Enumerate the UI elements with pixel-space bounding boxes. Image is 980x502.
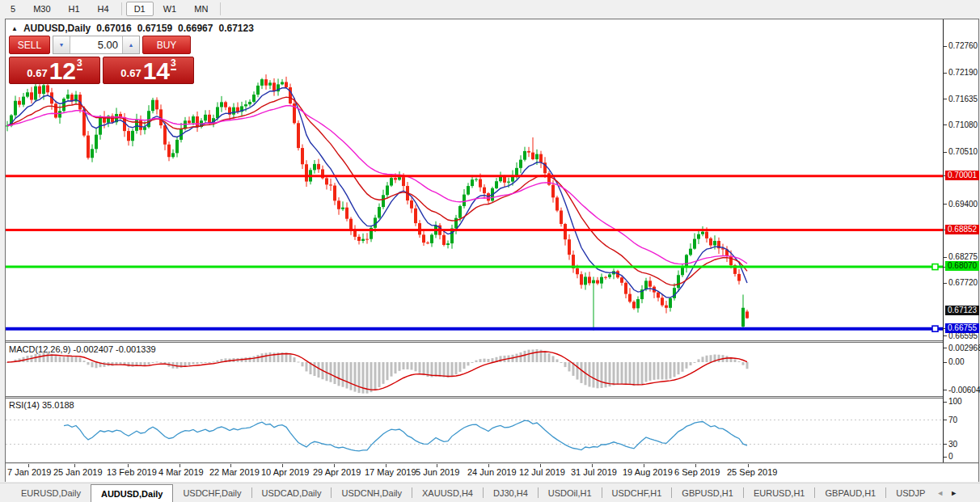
timeframe-button-w1[interactable]: W1 [155,2,185,16]
macd-histogram-bar [568,362,571,371]
macd-histogram-bar [637,362,640,386]
candle-body [422,234,425,243]
candle-body [592,281,595,284]
collapse-triangle-icon[interactable]: ▲ [11,25,18,32]
chart-tab-usdchf-h1[interactable]: USDCHF,H1 [602,483,672,502]
volume-decrease-icon[interactable]: ▼ [53,36,70,53]
candle-body [580,274,583,285]
volume-increase-icon[interactable]: ▲ [122,36,139,53]
timeframe-button-h1[interactable]: H1 [61,2,88,16]
macd-histogram-bar [710,355,712,362]
macd-histogram-bar [180,362,183,368]
candle-body [555,197,559,210]
level-price-label: 0.70001 [945,171,979,180]
candle-body [232,108,235,115]
macd-histogram-bar [95,362,98,368]
chart-tab-usdjp[interactable]: USDJP [886,483,935,502]
candle-body [58,111,61,117]
macd-histogram-bar [245,357,247,362]
candle-body [38,86,41,94]
price-tick-label: 0.67720 [948,278,978,287]
axis-tick-mark [944,46,947,47]
candle-body [155,100,158,110]
candle-body [495,181,498,188]
macd-histogram-bar [160,362,163,363]
macd-histogram-bar [399,362,401,371]
macd-histogram-bar [346,362,348,389]
candle-body [297,123,300,148]
chart-tab-audusd-daily[interactable]: AUDUSD,Daily [91,484,173,502]
chart-tab-dj30-h4[interactable]: DJ30,H4 [484,483,538,502]
candle-body [26,92,29,96]
candle-body [620,277,623,282]
macd-histogram-bar [407,362,409,369]
sell-button[interactable]: SELL [9,36,50,54]
date-tick-mark [695,464,696,467]
buy-price-handle: 0.67 [120,67,141,79]
macd-histogram-bar [581,362,583,383]
buy-button[interactable]: BUY [142,36,191,54]
timeframe-button-m30[interactable]: M30 [25,2,58,16]
chart-tab-usdoil-h1[interactable]: USDOil,H1 [539,483,602,502]
chart-tab-eurusd-daily[interactable]: EURUSD,Daily [11,483,91,502]
macd-histogram-bar [378,362,381,387]
scroll-right-icon[interactable]: ► [950,489,957,497]
macd-histogram-bar [613,362,615,386]
candle-body [224,102,227,107]
volume-input[interactable] [70,36,122,53]
chart-tab-usdcnh-daily[interactable]: USDCNH,Daily [332,483,412,502]
timeframe-button-5[interactable]: 5 [2,2,23,16]
sell-price-button[interactable]: 0.67 12 3 [9,57,100,84]
metatrader-window: 5M30H1H4D1W1MN ▲ AUDUSD,Daily 0.67016 0.… [0,0,980,502]
macd-histogram-bar [451,362,454,376]
axis-tick-mark [944,152,947,153]
macd-histogram-bar [192,362,195,364]
timeframe-button-mn[interactable]: MN [186,2,216,16]
line-edge-marker [932,264,938,270]
macd-histogram-bar [395,362,397,373]
chart-tab-usdchf-daily[interactable]: USDCHF,Daily [173,483,251,502]
volume-stepper: ▼ ▲ [53,36,140,54]
axis-tick-mark [944,420,947,420]
macd-histogram-bar [694,362,696,363]
macd-histogram-bar [415,362,417,371]
axis-tick-mark [944,283,947,284]
chart-tab-eurusd-h1[interactable]: EURUSD,H1 [744,483,815,502]
toolbar-separator [121,2,122,15]
candle-body [398,177,401,179]
rsi-indicator-panel[interactable] [6,399,943,462]
timeframe-button-h4[interactable]: H4 [90,2,117,16]
chart-tab-gbpaud-h1[interactable]: GBPAUD,H1 [815,483,885,502]
date-axis: 7 Jan 201925 Jan 201913 Feb 20194 Mar 20… [6,464,978,482]
macd-histogram-bar [294,357,296,362]
macd-histogram-bar [217,361,219,362]
candle-body [42,86,45,95]
candle-body [604,277,607,278]
scroll-left-icon[interactable]: ◄ [936,489,944,497]
chart-tab-gbpusd-h1[interactable]: GBPUSD,H1 [672,483,743,502]
candle-body [378,207,381,217]
toolbar-separator [220,2,221,15]
candle-body [390,178,393,185]
macd-histogram-bar [674,362,676,377]
candle-body [357,237,361,241]
macd-histogram-bar [374,362,377,390]
chart-tab-xauusd-h4[interactable]: XAUUSD,H4 [412,483,483,502]
sell-price-handle: 0.67 [27,67,47,79]
timeframe-button-d1[interactable]: D1 [126,2,154,16]
candle-body [701,232,704,234]
macd-histogram-bar [75,356,78,362]
candle-body [737,274,741,281]
candle-body [143,127,146,130]
rsi-label: RSI(14) 35.0188 [9,400,74,410]
candle-body [22,97,25,105]
candle-body [499,176,502,181]
price-tick-label: 0.71080 [948,120,978,129]
candle-body [685,255,688,267]
candle-body [248,102,251,104]
candle-body [600,277,603,284]
macd-histogram-bar [645,362,648,382]
chart-tab-usdcad-daily[interactable]: USDCAD,Daily [252,483,332,502]
date-tick-mark [334,464,335,467]
buy-price-button[interactable]: 0.67 14 3 [103,57,194,84]
